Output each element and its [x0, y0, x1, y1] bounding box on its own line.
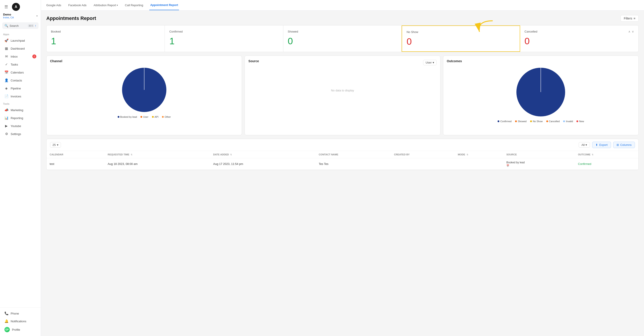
outcomes-pie-chart: [516, 68, 565, 116]
search-bar[interactable]: 🔍 Search ⌘ K ↑: [2, 22, 38, 29]
col-mode[interactable]: MODE ⇅: [455, 151, 503, 158]
sidebar-avatar: A: [12, 3, 20, 11]
col-source: SOURCE: [503, 151, 575, 158]
legend-item-showed: Showed: [515, 120, 526, 123]
page-title: Appointments Report: [46, 15, 96, 21]
topnav-call-reporting[interactable]: Call Reporting: [124, 0, 144, 10]
source-dropdown[interactable]: User ▾: [423, 60, 436, 65]
sidebar-item-contacts[interactable]: 👤 Contacts: [1, 77, 40, 84]
source-dropdown-arrow: ▾: [433, 61, 434, 64]
per-page-value: 25: [52, 143, 56, 147]
launchpad-icon: 🚀: [4, 38, 8, 42]
columns-label: Columns: [620, 143, 632, 147]
legend-item-confirmed: Confirmed: [498, 120, 512, 123]
legend-dot: [563, 120, 565, 122]
stats-row: Booked 1 Confirmed 1 Showed 0 No Show 0: [46, 25, 639, 52]
table-row: test Aug 18 2023, 08:00 am Aug 17 2023, …: [46, 158, 638, 170]
stat-no-show-value: 0: [406, 36, 515, 47]
columns-button[interactable]: ⊞ Columns: [613, 142, 635, 148]
table-body: test Aug 18 2023, 08:00 am Aug 17 2023, …: [46, 158, 638, 170]
sidebar-item-profile[interactable]: GP Profile: [1, 325, 40, 334]
col-contact-name: CONTACT NAME: [316, 151, 391, 158]
user-menu[interactable]: Demo Irvine, CA ▾: [0, 11, 41, 20]
source-dropdown-label: User: [426, 61, 432, 64]
outcomes-legend: Confirmed Showed No Show Cancelled: [498, 120, 584, 123]
channel-chart-title: Channel: [50, 59, 238, 63]
topnav-facebook-ads[interactable]: Facebook Ads: [67, 0, 87, 10]
sidebar-item-label: Tasks: [11, 63, 18, 66]
sidebar-item-settings[interactable]: ⚙ Settings: [1, 130, 40, 138]
legend-dot: [140, 116, 142, 118]
legend-dot: [515, 120, 517, 122]
sort-icon: ⇅: [131, 154, 132, 156]
col-date-added[interactable]: DATE ADDED ⇅: [210, 151, 316, 158]
col-outcome[interactable]: OUTCOME ⇅: [575, 151, 638, 158]
export-icon: ⬆: [596, 143, 598, 147]
sidebar-item-phone[interactable]: 📞 Phone: [1, 310, 40, 317]
sidebar-item-launchpad[interactable]: 🚀 Launchpad: [1, 37, 40, 44]
per-page-arrow: ▾: [57, 143, 58, 147]
col-requested-time[interactable]: REQUESTED TIME ⇅: [104, 151, 210, 158]
export-button[interactable]: ⬆ Export: [592, 142, 611, 148]
stat-no-show-label: No Show: [406, 30, 515, 34]
sidebar-item-label: Profile: [12, 328, 20, 331]
inbox-icon: ✉: [4, 54, 8, 58]
cell-created-by: [391, 158, 454, 170]
topnav-google-ads[interactable]: Google Ads: [46, 0, 62, 10]
profile-avatar: GP: [4, 327, 10, 332]
appointments-table: CALENDAR REQUESTED TIME ⇅ DATE ADDED ⇅ C…: [46, 151, 638, 170]
col-calendar: CALENDAR: [46, 151, 104, 158]
stat-confirmed: Confirmed 1: [165, 25, 283, 52]
filter-arrow: ▾: [586, 143, 587, 147]
channel-legend: Booked by lead User API Other: [118, 116, 171, 118]
table-head: CALENDAR REQUESTED TIME ⇅ DATE ADDED ⇅ C…: [46, 151, 638, 158]
cancelled-chevron-up[interactable]: ∧: [628, 30, 630, 33]
filter-label: All: [582, 143, 585, 147]
stat-confirmed-value: 1: [169, 36, 278, 46]
sidebar-item-tasks[interactable]: ✓ Tasks: [1, 61, 40, 68]
outcome-value: Confirmed: [578, 162, 591, 166]
source-chart-title: Source: [248, 59, 259, 63]
legend-dot: [576, 120, 578, 122]
outcomes-chart-title: Outcomes: [447, 59, 635, 63]
stat-cancelled: Cancelled ∧ ∨ 0: [520, 25, 638, 52]
stat-showed-value: 0: [288, 36, 397, 46]
hamburger-menu[interactable]: ☰: [2, 2, 11, 11]
sidebar-item-inbox[interactable]: ✉ Inbox 0: [1, 53, 40, 60]
page-header: Appointments Report Filters ≡: [46, 15, 639, 22]
columns-icon: ⊞: [616, 143, 619, 147]
sidebar-item-label: Launchpad: [11, 39, 25, 42]
content-area: Appointments Report Filters ≡ Booked 1 C…: [41, 11, 644, 336]
table-header-row: CALENDAR REQUESTED TIME ⇅ DATE ADDED ⇅ C…: [46, 151, 638, 158]
cancelled-chevron-down[interactable]: ∨: [632, 30, 634, 33]
sidebar-item-invoices[interactable]: 📄 Invoices: [1, 92, 40, 100]
topnav-appointment-report[interactable]: Appointment Report: [149, 0, 179, 10]
legend-dot: [152, 116, 154, 118]
stats-wrapper: Booked 1 Confirmed 1 Showed 0 No Show 0: [46, 25, 639, 52]
sidebar-item-label: Youtube: [11, 124, 21, 128]
filter-select[interactable]: All ▾: [579, 142, 590, 148]
sidebar-item-pipeline[interactable]: ◈ Pipeline: [1, 84, 40, 92]
per-page-select[interactable]: 25 ▾: [50, 142, 61, 148]
sidebar-item-dashboard[interactable]: ▦ Dashboard: [1, 45, 40, 52]
outcomes-chart-card: Outcomes Confirmed Showed: [443, 55, 639, 135]
sidebar-item-notifications[interactable]: 🔔 Notifications: [1, 318, 40, 325]
sidebar-item-label: Marketing: [11, 108, 23, 112]
sort-icon: ⇅: [592, 154, 594, 156]
sidebar-item-youtube[interactable]: ▶ Youtube: [1, 122, 40, 130]
cell-requested-time: Aug 18 2023, 08:00 am: [104, 158, 210, 170]
calendar-icon: 📅: [506, 164, 572, 167]
outcomes-pie-container: Confirmed Showed No Show Cancelled: [447, 65, 635, 123]
sidebar-item-calendars[interactable]: 📅 Calendars: [1, 69, 40, 76]
user-name: Demo: [3, 13, 36, 16]
sidebar-item-marketing[interactable]: 📣 Marketing: [1, 106, 40, 114]
sidebar-item-reporting[interactable]: 📊 Reporting: [1, 114, 40, 122]
cell-date-added: Aug 17 2023, 11:54 pm: [210, 158, 316, 170]
filters-button[interactable]: Filters ≡: [620, 15, 639, 22]
sort-icon: ⇅: [466, 154, 468, 156]
legend-dot: [498, 120, 499, 122]
legend-item-api: API: [152, 116, 158, 118]
appointments-table-section: 25 ▾ All ▾ ⬆ Export ⊞ Columns: [46, 139, 639, 170]
topnav-attribution-report[interactable]: Attribution Report ▾: [93, 0, 119, 10]
inbox-badge: 0: [32, 54, 36, 58]
